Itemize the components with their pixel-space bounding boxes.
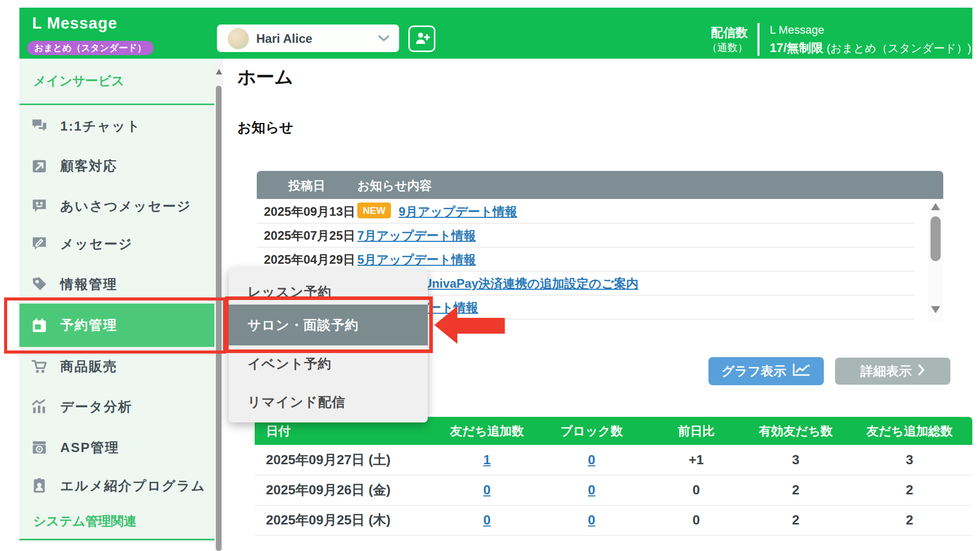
chevron-down-icon[interactable]: [378, 35, 390, 44]
sidebar-item-label: ASP管理: [60, 439, 119, 457]
sidebar-item-chat[interactable]: 1:1チャット: [19, 106, 214, 146]
header-divider: [757, 23, 760, 56]
stats-table-row: 2025年09月26日 (金) 0 0 0 2 2: [255, 475, 972, 506]
plan-usage-line: 17/無制限 (おまとめ（スタンダード）): [770, 40, 971, 56]
sidebar-section-system-management: システム管理関連: [33, 513, 136, 530]
detail-button-label: 詳細表示: [861, 363, 912, 380]
section-divider: [19, 539, 214, 540]
sidebar-item-customer-support[interactable]: 顧客対応: [19, 146, 214, 186]
id-badge-icon: [31, 477, 48, 494]
active-friends-value: 2: [745, 482, 847, 498]
sidebar-item-label: 1:1チャット: [60, 117, 141, 135]
announcements-heading: お知らせ: [237, 118, 293, 137]
tag-icon: [31, 276, 48, 293]
plan-usage-value: 17/無制限: [770, 41, 823, 55]
line-chart-icon: [792, 363, 811, 380]
column-header-friends-added: 友だち追加数: [438, 423, 535, 439]
blocks-link[interactable]: 0: [588, 512, 595, 528]
annotation-box-reservation-management: [4, 297, 226, 354]
total-friends-value: 2: [847, 512, 972, 528]
flyout-item-remind-delivery[interactable]: リマインド配信: [229, 388, 428, 416]
day-diff-value: 0: [648, 482, 745, 498]
stats-date: 2025年09月27日 (土): [255, 451, 438, 469]
day-diff-value: 0: [648, 512, 745, 528]
sidebar-item-label: 顧客対応: [60, 157, 117, 175]
plan-detail: (おまとめ（スタンダード）): [823, 42, 971, 55]
greeting-bubble-icon: [31, 197, 48, 215]
delivery-unit-label: （通数）: [664, 41, 748, 55]
annotation-arrow-shaft: [456, 318, 505, 334]
plan-badge: おまとめ（スタンダード）: [27, 41, 154, 55]
friends-added-link[interactable]: 0: [483, 482, 491, 497]
message-pencil-icon: [31, 235, 48, 253]
bar-chart-icon: [31, 398, 48, 415]
column-header-day-diff: 前日比: [648, 423, 745, 439]
coin-box-icon: [31, 439, 48, 456]
detail-display-button[interactable]: 詳細表示: [835, 358, 950, 385]
delivery-count-label: 配信数: [664, 24, 748, 41]
announcement-row: 2025年09月13日 NEW 9月アップデート情報: [257, 199, 914, 223]
sidebar-section-main-services: メインサービス: [33, 72, 125, 89]
active-friends-value: 3: [745, 452, 847, 468]
chevron-right-icon: [918, 364, 925, 379]
blocks-link[interactable]: 0: [588, 452, 595, 467]
total-friends-value: 3: [847, 452, 972, 468]
sidebar-item-label: 情報管理: [60, 276, 117, 293]
sidebar-item-label: エルメ紹介プログラム: [60, 477, 206, 495]
announcement-link[interactable]: 5月アップデート情報: [357, 252, 476, 268]
column-header-post-date: 投稿日: [288, 178, 325, 194]
stats-date: 2025年09月25日 (木): [255, 511, 438, 529]
total-friends-value: 2: [847, 482, 972, 498]
blocks-link[interactable]: 0: [588, 482, 595, 497]
cart-icon: [31, 358, 48, 375]
sidebar-item-greeting-message[interactable]: あいさつメッセージ: [19, 186, 214, 226]
sidebar-item-referral-program[interactable]: エルメ紹介プログラム: [19, 466, 214, 506]
day-diff-value: +1: [648, 452, 745, 468]
stats-date: 2025年09月26日 (金): [255, 481, 438, 499]
graph-display-button[interactable]: グラフ表示: [708, 357, 824, 385]
announcement-link[interactable]: 7月アップデート情報: [357, 228, 476, 244]
flyout-item-event-reservation[interactable]: イベント予約: [229, 350, 428, 378]
column-header-blocks: ブロック数: [535, 423, 648, 439]
chat-bubbles-icon: [31, 117, 48, 135]
scroll-up-arrow-icon[interactable]: [931, 203, 940, 210]
account-name: Hari Alice: [256, 32, 312, 46]
sidebar-item-label: あいさつメッセージ: [60, 197, 191, 215]
app-logo: L Message: [32, 14, 117, 33]
sidebar-item-label: 商品販売: [60, 358, 117, 375]
sidebar-item-label: メッセージ: [60, 235, 133, 253]
friends-added-link[interactable]: 0: [483, 512, 491, 528]
section-divider: [19, 104, 214, 105]
friends-added-link[interactable]: 1: [483, 452, 491, 467]
announcement-row: 2025年07月25日 7月アップデート情報: [257, 223, 914, 247]
scroll-down-arrow-icon[interactable]: [931, 306, 940, 313]
sidebar-item-data-analysis[interactable]: データ分析: [19, 387, 214, 427]
scroll-up-arrow-icon[interactable]: [216, 69, 222, 74]
annotation-box-salon-reservation: [225, 296, 433, 353]
active-friends-value: 2: [745, 512, 847, 528]
stats-table-row: 2025年09月25日 (木) 0 0 0 2 2: [255, 505, 972, 536]
announcement-link[interactable]: 9月アップデート情報: [399, 204, 517, 220]
add-account-button[interactable]: [408, 26, 435, 52]
announcement-date: 2025年09月13日: [264, 204, 355, 220]
app-root: L Message おまとめ（スタンダード） Hari Alice 配信数 （通…: [0, 0, 980, 551]
sidebar-item-message[interactable]: メッセージ: [19, 224, 214, 264]
add-user-icon: [414, 31, 430, 47]
column-header-content: お知らせ内容: [357, 178, 432, 194]
sidebar-item-label: データ分析: [60, 398, 132, 416]
stats-table-row: 2025年09月27日 (土) 1 0 +1 3 3: [255, 445, 972, 475]
announcement-date: 2025年07月25日: [264, 228, 355, 244]
annotation-arrow-head: [434, 306, 457, 344]
plan-service-name: L Message: [770, 23, 824, 37]
column-header-total-friends: 友だち追加総数: [847, 423, 972, 439]
announcement-date: 2025年04月29日: [264, 252, 355, 268]
announcement-link[interactable]: UnivaPay決済連携の追加設定のご案内: [423, 276, 639, 292]
sidebar-item-asp-management[interactable]: ASP管理: [19, 428, 214, 467]
graph-button-label: グラフ表示: [722, 363, 787, 380]
column-header-active-friends: 有効友だち数: [745, 423, 847, 439]
new-badge: NEW: [357, 203, 391, 218]
announcements-scrollbar-thumb[interactable]: [930, 216, 941, 261]
page-title: ホーム: [237, 65, 293, 90]
account-avatar: [228, 28, 249, 49]
column-header-date: 日付: [255, 423, 438, 439]
